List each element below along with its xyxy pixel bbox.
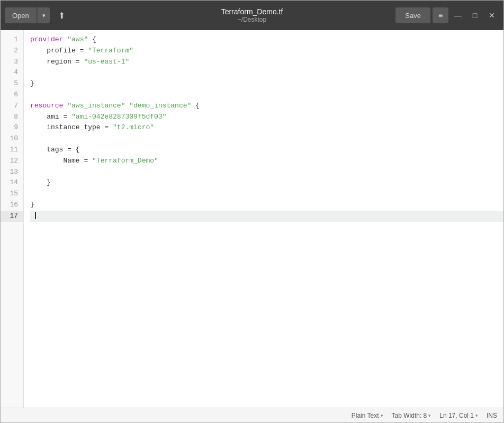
new-tab-icon: ⬆ bbox=[58, 11, 65, 21]
titlebar-center: Terraform_Demo.tf ~/Desktop bbox=[221, 7, 283, 23]
line-number: 6 bbox=[1, 89, 23, 101]
code-line: profile = "Terraform" bbox=[30, 46, 503, 57]
code-line bbox=[30, 188, 503, 200]
code-line bbox=[30, 67, 503, 78]
app-window: Open ▾ ⬆ Terraform_Demo.tf ~/Desktop Sav… bbox=[0, 0, 504, 423]
language-dropdown-icon: ▾ bbox=[381, 413, 383, 418]
open-button[interactable]: Open bbox=[5, 7, 37, 23]
code-line: resource "aws_instance" "demo_instance" … bbox=[30, 101, 503, 112]
token-str: "ami-042e8287309f5df03" bbox=[71, 113, 166, 121]
code-line bbox=[30, 211, 503, 222]
language-label: Plain Text bbox=[352, 412, 379, 419]
code-line: tags = { bbox=[30, 145, 503, 156]
token-txt: Name = bbox=[30, 157, 92, 165]
code-line: } bbox=[30, 78, 503, 89]
line-number: 16 bbox=[1, 200, 23, 211]
file-title: Terraform_Demo.tf bbox=[221, 7, 283, 16]
code-line: Name = "Terraform_Demo" bbox=[30, 156, 503, 167]
token-str: "Terraform" bbox=[88, 47, 133, 55]
new-tab-button[interactable]: ⬆ bbox=[54, 7, 70, 23]
language-selector[interactable]: Plain Text ▾ bbox=[352, 412, 383, 419]
statusbar-right: Plain Text ▾ Tab Width: 8 ▾ Ln 17, Col 1… bbox=[352, 412, 497, 419]
line-number: 3 bbox=[1, 57, 23, 68]
insert-mode: INS bbox=[487, 412, 497, 419]
token-txt: } bbox=[30, 178, 51, 186]
token-str: "demo_instance" bbox=[129, 102, 191, 110]
token-txt: } bbox=[30, 201, 34, 209]
titlebar: Open ▾ ⬆ Terraform_Demo.tf ~/Desktop Sav… bbox=[1, 1, 503, 30]
open-dropdown-button[interactable]: ▾ bbox=[38, 7, 50, 23]
token-txt: region = bbox=[30, 58, 84, 66]
line-number: 14 bbox=[1, 177, 23, 188]
code-line bbox=[30, 89, 503, 101]
line-number: 8 bbox=[1, 112, 23, 123]
token-txt: profile = bbox=[30, 47, 88, 55]
line-number: 7 bbox=[1, 101, 23, 112]
maximize-button[interactable]: □ bbox=[467, 8, 482, 23]
line-number: 13 bbox=[1, 167, 23, 178]
code-line bbox=[30, 167, 503, 178]
close-icon: ✕ bbox=[489, 11, 495, 20]
minimize-button[interactable]: — bbox=[451, 8, 465, 23]
code-line: provider "aws" { bbox=[30, 34, 503, 46]
line-number: 11 bbox=[1, 145, 23, 156]
code-line: ami = "ami-042e8287309f5df03" bbox=[30, 112, 503, 123]
code-line: } bbox=[30, 200, 503, 211]
line-number: 4 bbox=[1, 67, 23, 78]
line-number: 1 bbox=[1, 34, 23, 46]
token-str: "Terraform_Demo" bbox=[92, 157, 158, 165]
token-str: "aws_instance" bbox=[67, 102, 125, 110]
line-numbers: 1234567891011121314151617 bbox=[1, 30, 24, 408]
line-number: 15 bbox=[1, 188, 23, 200]
line-number: 5 bbox=[1, 78, 23, 89]
token-txt: { bbox=[191, 102, 200, 110]
code-line: instance_type = "t2.micro" bbox=[30, 122, 503, 133]
token-txt: { bbox=[88, 35, 96, 43]
menu-button[interactable]: ≡ bbox=[433, 7, 448, 23]
line-number: 9 bbox=[1, 122, 23, 133]
statusbar: Plain Text ▾ Tab Width: 8 ▾ Ln 17, Col 1… bbox=[1, 408, 503, 422]
token-kw: provider bbox=[30, 35, 63, 43]
token-txt: ami = bbox=[30, 113, 71, 121]
titlebar-right: Save ≡ — □ ✕ bbox=[395, 7, 499, 23]
text-cursor bbox=[35, 212, 36, 219]
code-editor[interactable]: provider "aws" { profile = "Terraform" r… bbox=[24, 30, 503, 408]
code-line bbox=[30, 133, 503, 145]
code-line: region = "us-east-1" bbox=[30, 57, 503, 68]
code-line: } bbox=[30, 177, 503, 188]
save-button[interactable]: Save bbox=[395, 7, 430, 23]
line-number: 17 bbox=[1, 211, 23, 222]
cursor-pos-label: Ln 17, Col 1 bbox=[439, 412, 474, 419]
line-number: 12 bbox=[1, 156, 23, 167]
titlebar-left: Open ▾ ⬆ bbox=[5, 7, 70, 23]
close-button[interactable]: ✕ bbox=[484, 8, 499, 23]
maximize-icon: □ bbox=[473, 11, 477, 20]
tab-width-selector[interactable]: Tab Width: 8 ▾ bbox=[392, 412, 431, 419]
token-str: "us-east-1" bbox=[84, 58, 129, 66]
tab-width-dropdown-icon: ▾ bbox=[428, 413, 431, 418]
insert-mode-label: INS bbox=[487, 412, 497, 419]
line-number: 2 bbox=[1, 46, 23, 57]
token-txt: instance_type = bbox=[30, 123, 113, 131]
tab-width-label: Tab Width: 8 bbox=[392, 412, 427, 419]
cursor-pos-dropdown-icon: ▾ bbox=[475, 413, 478, 418]
editor-area[interactable]: 1234567891011121314151617 provider "aws"… bbox=[1, 30, 503, 408]
token-txt: } bbox=[30, 79, 34, 87]
line-number: 10 bbox=[1, 133, 23, 145]
minimize-icon: — bbox=[454, 11, 462, 20]
token-str: "t2.micro" bbox=[113, 123, 154, 131]
hamburger-icon: ≡ bbox=[438, 11, 443, 20]
token-txt: tags = { bbox=[30, 146, 80, 154]
file-path: ~/Desktop bbox=[221, 16, 283, 23]
token-str: "aws" bbox=[67, 35, 88, 43]
cursor-position[interactable]: Ln 17, Col 1 ▾ bbox=[439, 412, 478, 419]
token-kw: resource bbox=[30, 102, 63, 110]
